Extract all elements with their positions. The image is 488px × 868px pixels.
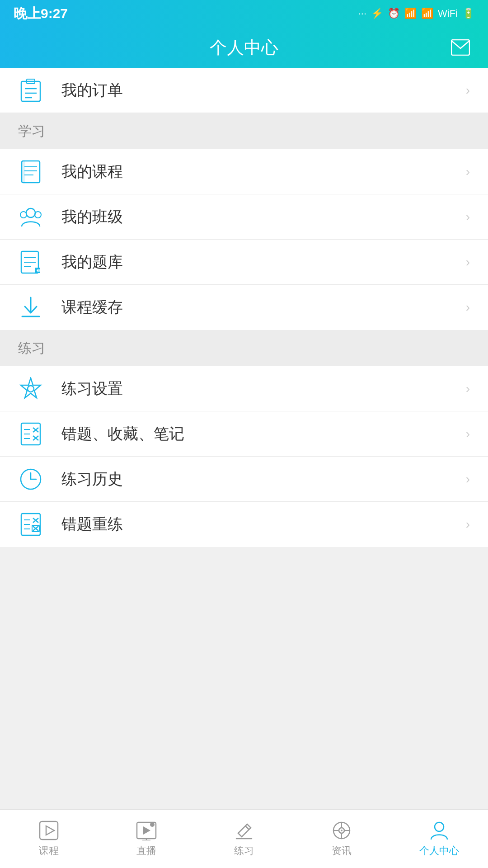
signal2-icon: 📶 [421,8,433,19]
content-area: 我的订单 › 学习 我的课程 › [0,68,488,809]
tab-bar: 课程 直播 练习 [0,809,488,868]
tab-practice[interactable]: 练习 [195,810,293,868]
menu-item-practice-history[interactable]: 练习历史 › [0,457,488,502]
menu-item-my-orders[interactable]: 我的订单 › [0,68,488,113]
chevron-right-icon: › [466,300,470,315]
menu-item-redo-errors[interactable]: 错题重练 › [0,502,488,547]
header: 个人中心 [0,27,488,68]
menu-item-course-cache[interactable]: 课程缓存 › [0,285,488,330]
signal1-icon: 📶 [404,8,417,19]
chevron-right-icon: › [466,83,470,98]
page-title: 个人中心 [210,36,278,59]
menu-item-my-class[interactable]: 我的班级 › [0,194,488,240]
svg-point-57 [435,822,444,831]
svg-point-13 [35,212,41,218]
battery-icon: 🔋 [462,8,474,19]
history-icon [18,467,43,492]
svg-point-12 [20,212,27,218]
chevron-right-icon: › [466,210,470,224]
redo-errors-label: 错题重练 [61,514,466,535]
tab-profile-label: 个人中心 [419,844,459,858]
svg-point-52 [341,830,343,831]
my-orders-label: 我的订单 [61,80,466,101]
chevron-right-icon: › [466,382,470,396]
svg-point-47 [150,822,155,827]
practice-history-label: 练习历史 [61,469,466,490]
menu-item-practice-settings[interactable]: 练习设置 › [0,366,488,411]
tab-live-label: 直播 [136,844,156,858]
svg-point-20 [28,386,34,392]
alarm-icon: ⏰ [388,8,400,19]
svg-marker-46 [143,826,150,835]
clipboard-icon [18,78,43,103]
menu-item-errors-collect-notes[interactable]: 错题、收藏、笔记 › [0,411,488,457]
svg-line-49 [245,826,249,830]
chevron-right-icon: › [466,427,470,441]
my-questions-label: 我的题库 [61,252,466,273]
my-class-label: 我的班级 [61,207,466,227]
wifi-icon: WiFi [438,8,458,19]
class-icon [18,204,43,230]
chevron-right-icon: › [466,472,470,486]
status-bar: 晚上9:27 ··· ⚡ ⏰ 📶 📶 WiFi 🔋 [0,0,488,27]
section-header-practice: 练习 [0,330,488,366]
status-time: 晚上9:27 [14,5,68,23]
menu-item-my-questions[interactable]: ✏ 我的题库 › [0,240,488,285]
settings-icon [18,376,43,401]
mail-button[interactable] [451,39,470,56]
svg-marker-42 [46,826,54,835]
questions-icon: ✏ [18,250,43,275]
svg-text:✏: ✏ [37,268,41,274]
bluetooth-icon: ⚡ [371,8,383,19]
chevron-right-icon: › [466,255,470,269]
tab-news[interactable]: 资讯 [293,810,390,868]
tab-live[interactable]: 直播 [98,810,195,868]
tab-course-label: 课程 [39,844,59,858]
tab-course[interactable]: 课程 [0,810,98,868]
redo-icon [18,512,43,537]
course-cache-label: 课程缓存 [61,297,466,318]
menu-item-my-courses[interactable]: 我的课程 › [0,149,488,194]
practice-settings-label: 练习设置 [61,378,466,399]
chevron-right-icon: › [466,517,470,532]
svg-point-11 [26,208,35,217]
errors-icon [18,421,43,447]
chevron-right-icon: › [466,165,470,179]
dots-icon: ··· [358,8,366,19]
tab-news-label: 资讯 [332,844,352,858]
section-label-study: 学习 [18,122,45,141]
svg-rect-0 [451,40,469,55]
tab-profile[interactable]: 个人中心 [390,810,488,868]
course-icon [18,159,43,184]
tab-course-icon [39,821,59,840]
tab-practice-icon [235,821,253,840]
my-courses-label: 我的课程 [61,161,466,182]
tab-live-icon [136,821,157,840]
section-label-practice: 练习 [18,339,45,358]
errors-collect-notes-label: 错题、收藏、笔记 [61,424,466,444]
svg-rect-1 [21,81,40,101]
section-header-study: 学习 [0,113,488,149]
svg-rect-10 [22,161,25,183]
status-icons: ··· ⚡ ⏰ 📶 📶 WiFi 🔋 [358,8,474,19]
svg-marker-19 [21,378,41,398]
tab-profile-icon [429,821,449,840]
download-icon [18,295,43,320]
tab-practice-label: 练习 [234,844,254,858]
tab-news-icon [332,821,352,840]
